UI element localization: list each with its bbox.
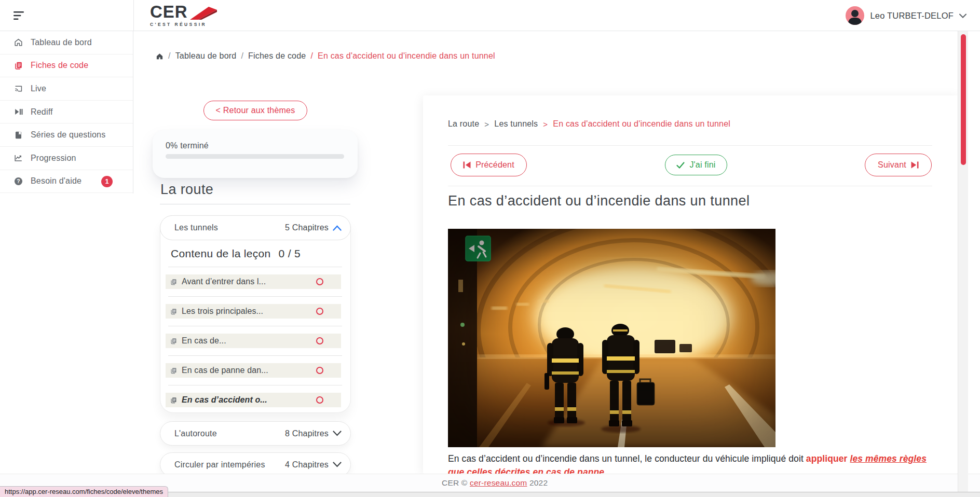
- chevron-down-icon: [959, 13, 967, 18]
- section-toggle-intemperies[interactable]: Circuler par intempéries 4 Chapitres: [160, 452, 351, 477]
- skip-next-icon: [911, 161, 919, 169]
- status-circle-icon: [316, 278, 323, 285]
- sidebar-item-tableau-de-bord[interactable]: Tableau de bord: [0, 31, 133, 54]
- lesson-content-count: 0 / 5: [279, 247, 301, 259]
- progress-bar: [166, 154, 344, 159]
- chapter-item[interactable]: En cas de panne dan...: [166, 363, 341, 378]
- lesson-card: La route > Les tunnels > En cas d'accide…: [423, 95, 958, 474]
- app-page: CER C'EST RÉUSSIR Leo TURBET-DELOF T: [0, 0, 980, 497]
- sheet-icon: [170, 308, 178, 315]
- theme-title: La route: [160, 182, 213, 198]
- divider: [168, 385, 342, 385]
- sheet-icon: [170, 337, 178, 345]
- done-button[interactable]: J'ai fini: [665, 155, 727, 175]
- status-circle-icon: [316, 308, 323, 315]
- section-les-tunnels: Les tunnels 5 Chapitres Contenu de la le…: [160, 215, 351, 413]
- breadcrumb-item-fiches[interactable]: Fiches de code: [248, 51, 306, 61]
- user-menu[interactable]: Leo TURBET-DELOF: [846, 0, 967, 31]
- chevron-down-icon: [333, 462, 342, 467]
- sidebar-item-series-de-questions[interactable]: Séries de questions: [0, 123, 133, 147]
- sidebar-item-live[interactable]: Live: [0, 77, 133, 101]
- app-logo[interactable]: CER C'EST RÉUSSIR: [150, 4, 218, 27]
- divider: [448, 186, 932, 186]
- sheet-icon: [170, 367, 178, 375]
- section-toggle-les-tunnels[interactable]: Les tunnels 5 Chapitres: [160, 215, 351, 240]
- app-header: CER C'EST RÉUSSIR Leo TURBET-DELOF: [0, 0, 980, 31]
- logo-text: CER: [150, 4, 188, 20]
- sheet-icon: [170, 396, 178, 404]
- divider: [168, 296, 342, 297]
- status-circle-icon: [316, 367, 323, 374]
- user-name: Leo TURBET-DELOF: [870, 11, 954, 21]
- previous-button[interactable]: Précédent: [451, 154, 527, 176]
- lesson-breadcrumb-theme[interactable]: La route: [448, 119, 479, 129]
- sidebar-item-besoin-daide[interactable]: ? Besoin d'aide 1: [0, 170, 133, 194]
- check-icon: [676, 162, 685, 169]
- status-bar-url: https://app.cer-reseau.com/fiches/code/e…: [0, 486, 168, 497]
- sidebar-item-rediff[interactable]: Rediff: [0, 101, 133, 124]
- emphasis-word: appliquer: [806, 453, 848, 464]
- sidebar-nav: Tableau de bord Fiches de code Live: [0, 31, 133, 194]
- lesson-breadcrumb-section[interactable]: Les tunnels: [494, 119, 538, 129]
- exit-sign-icon: [466, 236, 491, 261]
- footer-copyright: CER © cer-reseau.com 2022: [442, 474, 548, 492]
- lesson-breadcrumb-current: En cas d'accident ou d'incendie dans un …: [553, 119, 730, 129]
- back-to-themes-button[interactable]: < Retour aux thèmes: [203, 101, 307, 120]
- book-icon: [13, 130, 23, 140]
- sidebar-item-progression[interactable]: Progression: [0, 147, 133, 170]
- progress-label: 0% terminé: [166, 141, 209, 150]
- chapter-item[interactable]: Avant d’entrer dans l...: [166, 274, 341, 289]
- cast-icon: [13, 84, 23, 93]
- chevron-up-icon: [333, 225, 342, 231]
- home-icon[interactable]: [156, 52, 164, 60]
- divider: [168, 326, 342, 326]
- menu-toggle-button[interactable]: [13, 11, 25, 20]
- progress-card: 0% terminé: [153, 130, 358, 178]
- sheets-icon: [13, 61, 23, 71]
- lesson-photo-firefighters-tunnel: [448, 229, 775, 447]
- section-toggle-autoroute[interactable]: L'autoroute 8 Chapitres: [160, 421, 351, 446]
- divider: [448, 145, 932, 146]
- logo-arrow-icon: [189, 5, 218, 21]
- status-circle-icon: [316, 396, 323, 404]
- hamburger-icon: [13, 11, 25, 20]
- chapter-item-active[interactable]: En cas d’accident o...: [166, 393, 341, 407]
- chapter-item[interactable]: Les trois principales...: [166, 304, 341, 319]
- header-divider: [133, 0, 134, 31]
- avatar: [846, 6, 864, 25]
- skip-previous-icon: [463, 161, 471, 169]
- breadcrumb-item-current: En cas d'accident ou d'incendie dans un …: [318, 51, 495, 61]
- lesson-breadcrumb: La route > Les tunnels > En cas d'accide…: [448, 119, 730, 129]
- chart-icon: [13, 153, 23, 163]
- help-badge: 1: [101, 176, 113, 187]
- help-icon: ?: [13, 176, 23, 186]
- sidebar-item-fiches-de-code[interactable]: Fiches de code: [0, 54, 133, 78]
- chapter-item[interactable]: En cas de...: [166, 334, 341, 348]
- scrollbar-thumb[interactable]: [961, 34, 966, 165]
- breadcrumb-item-tableau[interactable]: Tableau de bord: [175, 51, 237, 61]
- logo-tagline: C'EST RÉUSSIR: [150, 22, 218, 27]
- svg-text:?: ?: [17, 178, 20, 184]
- sheet-icon: [170, 278, 178, 286]
- breadcrumb: / Tableau de bord / Fiches de code / En …: [156, 51, 495, 61]
- divider: [168, 267, 342, 267]
- next-button[interactable]: Suivant: [865, 154, 932, 176]
- lesson-title: En cas d’accident ou d’incendie dans un …: [448, 193, 750, 209]
- status-circle-icon: [316, 337, 323, 344]
- home-icon: [13, 37, 23, 47]
- lesson-content-header: Contenu de la leçon0 / 5: [171, 247, 301, 260]
- divider: [160, 204, 350, 204]
- chevron-down-icon: [333, 431, 342, 436]
- divider: [168, 355, 342, 356]
- play-pause-icon: [13, 107, 23, 117]
- vertical-scrollbar[interactable]: [958, 31, 968, 492]
- footer-site-link[interactable]: cer-reseau.com: [470, 478, 527, 487]
